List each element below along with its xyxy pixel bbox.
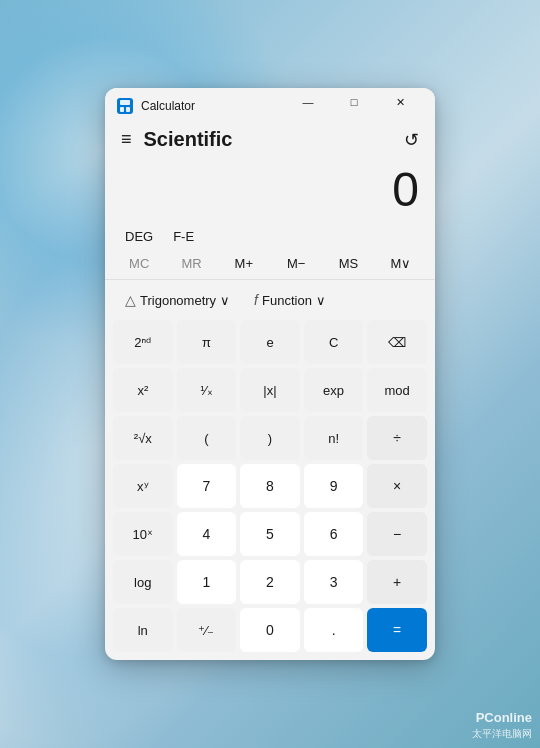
fe-button[interactable]: F-E [169,227,198,246]
close-button[interactable]: ✕ [377,88,423,120]
9-button[interactable]: 9 [304,464,364,508]
function-dropdown[interactable]: f Function ∨ [246,288,334,312]
mode-row: DEG F-E [105,225,435,248]
2nd-button[interactable]: 2ⁿᵈ [113,320,173,364]
2sqrtx-button[interactable]: ²√x [113,416,173,460]
trigonometry-dropdown[interactable]: △ Trigonometry ∨ [117,288,238,312]
calculator-window: Calculator — □ ✕ ≡ Scientific ↺ 0 DEG F-… [105,88,435,660]
maximize-button[interactable]: □ [331,88,377,120]
button-grid: 2ⁿᵈ π e C ⌫ x² ¹⁄ₓ |x| exp mod ²√x ( ) n… [105,320,435,660]
nfact-button[interactable]: n! [304,416,364,460]
dot-button[interactable]: . [304,608,364,652]
header-left: ≡ Scientific [121,128,232,151]
openparen-button[interactable]: ( [177,416,237,460]
xy-button[interactable]: xʸ [113,464,173,508]
3-button[interactable]: 3 [304,560,364,604]
mc-button: MC [120,252,158,275]
watermark: PConline 太平洋电脑网 [472,710,532,740]
watermark-line1: PConline [472,710,532,727]
titlebar: Calculator — □ ✕ [105,88,435,124]
svg-rect-1 [120,107,124,112]
2-button[interactable]: 2 [240,560,300,604]
function-row: △ Trigonometry ∨ f Function ∨ [105,284,435,320]
memory-row: MC MR M+ M− MS M∨ [105,248,435,280]
func-arrow: ∨ [316,293,326,308]
trig-icon: △ [125,292,136,308]
svg-rect-0 [120,100,130,105]
ln-button[interactable]: ln [113,608,173,652]
func-label: Function [262,293,312,308]
mminus-button[interactable]: M− [277,252,315,275]
deg-button[interactable]: DEG [121,227,157,246]
0-button[interactable]: 0 [240,608,300,652]
app-title: Scientific [144,128,233,151]
mplus-button[interactable]: M+ [225,252,263,275]
10x-button[interactable]: 10ˣ [113,512,173,556]
func-icon: f [254,292,258,308]
mod-button[interactable]: mod [367,368,427,412]
exp-button[interactable]: exp [304,368,364,412]
app-icon [117,98,133,114]
minimize-button[interactable]: — [285,88,331,120]
window-controls: — □ ✕ [285,92,423,120]
menu-icon[interactable]: ≡ [121,129,132,150]
mr-button: MR [172,252,210,275]
4-button[interactable]: 4 [177,512,237,556]
pi-button[interactable]: π [177,320,237,364]
app-header: ≡ Scientific ↺ [105,124,435,155]
trig-arrow: ∨ [220,293,230,308]
ms-button[interactable]: MS [329,252,367,275]
x2-button[interactable]: x² [113,368,173,412]
subtract-button[interactable]: − [367,512,427,556]
7-button[interactable]: 7 [177,464,237,508]
5-button[interactable]: 5 [240,512,300,556]
display-value: 0 [392,162,419,217]
watermark-line2: 太平洋电脑网 [472,727,532,740]
history-icon[interactable]: ↺ [404,129,419,151]
multiply-button[interactable]: × [367,464,427,508]
1-button[interactable]: 1 [177,560,237,604]
window-title: Calculator [141,99,285,113]
plusminus-button[interactable]: ⁺∕₋ [177,608,237,652]
divide-button[interactable]: ÷ [367,416,427,460]
6-button[interactable]: 6 [304,512,364,556]
equals-button[interactable]: = [367,608,427,652]
mv-button[interactable]: M∨ [382,252,420,275]
svg-rect-2 [126,107,130,112]
display-area: 0 [105,155,435,225]
e-button[interactable]: e [240,320,300,364]
clear-button[interactable]: C [304,320,364,364]
8-button[interactable]: 8 [240,464,300,508]
abs-button[interactable]: |x| [240,368,300,412]
log-button[interactable]: log [113,560,173,604]
closeparen-button[interactable]: ) [240,416,300,460]
trig-label: Trigonometry [140,293,216,308]
1x-button[interactable]: ¹⁄ₓ [177,368,237,412]
backspace-button[interactable]: ⌫ [367,320,427,364]
add-button[interactable]: + [367,560,427,604]
